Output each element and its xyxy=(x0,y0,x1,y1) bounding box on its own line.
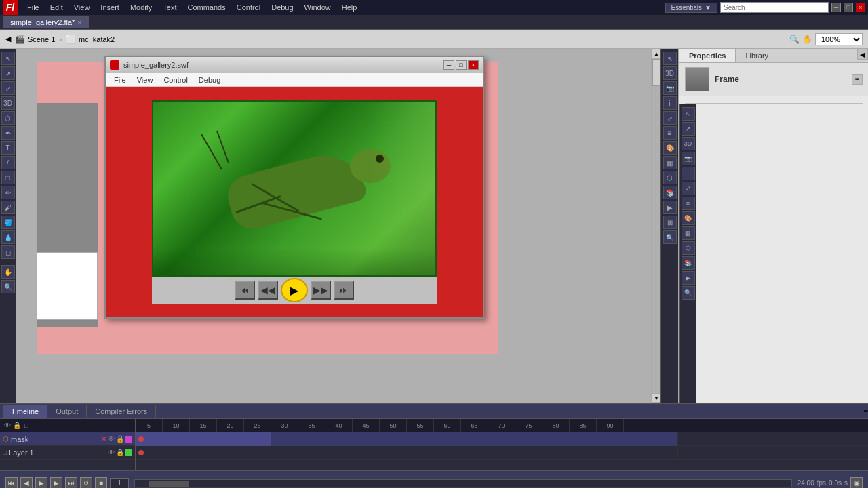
onion-skin-button[interactable]: ◉ xyxy=(850,477,863,489)
rt-3d-tool[interactable]: 3D xyxy=(663,66,677,80)
app-minimize-button[interactable]: ─ xyxy=(831,3,841,12)
playback-go-start-button[interactable]: ⏮ xyxy=(5,477,18,489)
search-input[interactable] xyxy=(720,2,829,13)
brush-tool[interactable]: 🖌 xyxy=(1,201,15,214)
si-3d-icon[interactable]: 3D xyxy=(682,137,695,150)
zoom-tool[interactable]: 🔍 xyxy=(1,280,15,293)
mask-color-swatch[interactable] xyxy=(125,436,132,443)
skip-back-button[interactable]: ⏮ xyxy=(235,281,255,300)
pen-tool[interactable]: ✒ xyxy=(1,126,15,140)
layer1-frame-2[interactable] xyxy=(271,446,678,460)
play-button[interactable]: ▶ xyxy=(281,278,308,302)
swf-menu-view[interactable]: View xyxy=(132,75,159,85)
next-frame-button[interactable]: ▶▶ xyxy=(311,281,331,300)
h-scroll-thumb[interactable] xyxy=(149,481,189,487)
swf-menu-control[interactable]: Control xyxy=(158,75,193,85)
app-close-button[interactable]: × xyxy=(856,3,865,12)
mask-layer-x-icon[interactable]: ✕ xyxy=(101,435,106,443)
rt-library-tool[interactable]: 📚 xyxy=(663,186,677,199)
playback-stop-button[interactable]: ■ xyxy=(95,477,107,489)
rt-swatches-tool[interactable]: ▦ xyxy=(663,156,677,169)
props-options-button[interactable]: ≡ xyxy=(852,74,863,85)
swf-menu-file[interactable]: File xyxy=(108,75,132,85)
rt-align-tool[interactable]: ≡ xyxy=(663,126,677,140)
si-search-icon[interactable]: 🔍 xyxy=(682,286,695,300)
text-tool[interactable]: T xyxy=(1,141,15,155)
si-align-icon[interactable]: ≡ xyxy=(682,197,695,210)
layer1-frame-1[interactable] xyxy=(136,446,271,460)
subselect-tool[interactable]: ↗ xyxy=(1,66,15,80)
essentials-dropdown[interactable]: Essentials ▼ xyxy=(665,3,717,13)
vertical-scrollbar[interactable]: ▲ ▼ xyxy=(651,49,660,403)
si-select-icon[interactable]: ↖ xyxy=(682,107,695,121)
select-tool[interactable]: ↖ xyxy=(1,52,15,65)
layer-row-mask[interactable]: ⬡ mask ✕ 👁 🔒 xyxy=(0,432,135,446)
breadcrumb-scene[interactable]: 🎬 Scene 1 xyxy=(15,35,55,44)
eraser-tool[interactable]: ◻ xyxy=(1,245,15,259)
si-library-icon[interactable]: 📚 xyxy=(682,256,695,270)
playback-go-end-button[interactable]: ⏭ xyxy=(65,477,77,489)
current-frame-input[interactable] xyxy=(110,478,129,489)
active-file-tab[interactable]: simple_gallery2.fla* × xyxy=(3,16,89,28)
rt-grid-tool[interactable]: ⊞ xyxy=(663,216,677,229)
menu-file[interactable]: File xyxy=(22,2,45,13)
menu-edit[interactable]: Edit xyxy=(45,2,68,13)
nav-back-button[interactable]: ◀ xyxy=(5,35,11,43)
app-restore-button[interactable]: □ xyxy=(844,3,853,12)
prev-frame-button[interactable]: ◀◀ xyxy=(258,281,278,300)
3d-tool[interactable]: 3D xyxy=(1,96,15,110)
rt-search-tool[interactable]: 🔍 xyxy=(663,230,677,244)
label-section-header[interactable]: ▼ LABEL xyxy=(685,103,863,104)
menu-view[interactable]: View xyxy=(68,2,96,13)
playback-loop-button[interactable]: ↺ xyxy=(80,477,92,489)
props-collapse-button[interactable]: ◀ xyxy=(857,49,868,60)
playback-play-button[interactable]: ▶ xyxy=(35,477,47,489)
swf-restore-button[interactable]: □ xyxy=(456,60,467,70)
tab-properties[interactable]: Properties xyxy=(679,49,736,62)
mask-frame-1[interactable] xyxy=(136,432,271,446)
layer1-lock-icon[interactable]: 🔒 xyxy=(116,449,124,456)
menu-insert[interactable]: Insert xyxy=(95,2,125,13)
rt-camera-tool[interactable]: 📷 xyxy=(663,81,677,95)
menu-commands[interactable]: Commands xyxy=(182,2,231,13)
layer-row-1[interactable]: □ Layer 1 👁 🔒 xyxy=(0,446,135,460)
rt-select-tool[interactable]: ↖ xyxy=(663,52,677,65)
line-tool[interactable]: / xyxy=(1,156,15,169)
swf-minimize-button[interactable]: ─ xyxy=(443,60,454,70)
mask-eye-icon[interactable]: 👁 xyxy=(108,435,115,443)
si-motion-icon[interactable]: ▶ xyxy=(682,271,695,285)
menu-window[interactable]: Window xyxy=(299,2,336,13)
tab-output[interactable]: Output xyxy=(47,405,87,418)
tab-close-button[interactable]: × xyxy=(77,19,81,26)
swf-menu-debug[interactable]: Debug xyxy=(193,75,226,85)
si-components-icon[interactable]: ⬡ xyxy=(682,241,695,255)
layer1-eye-icon[interactable]: 👁 xyxy=(108,449,115,456)
scroll-up-arrow[interactable]: ▲ xyxy=(652,49,660,58)
si-camera-icon[interactable]: 📷 xyxy=(682,152,695,165)
menu-help[interactable]: Help xyxy=(336,2,363,13)
menu-text[interactable]: Text xyxy=(157,2,182,13)
breadcrumb-symbol[interactable]: ⬜ mc_katak2 xyxy=(66,35,115,44)
tab-timeline[interactable]: Timeline xyxy=(3,405,47,418)
scroll-thumb[interactable] xyxy=(652,59,660,86)
rect-tool[interactable]: □ xyxy=(1,171,15,184)
playback-next-frame-button[interactable]: ▶ xyxy=(50,477,62,489)
hand-tool[interactable]: ✋ xyxy=(1,265,15,279)
playback-prev-frame-button[interactable]: ◀ xyxy=(20,477,33,489)
layer1-color-swatch[interactable] xyxy=(125,449,132,456)
lasso-tool[interactable]: ⬡ xyxy=(1,111,15,125)
zoom-select[interactable]: 100% xyxy=(815,33,863,45)
timeline-options-icon[interactable]: ≡ xyxy=(864,407,868,415)
menu-control[interactable]: Control xyxy=(231,2,266,13)
transform-tool[interactable]: ⤢ xyxy=(1,81,15,95)
si-free-transform-icon[interactable]: ⤢ xyxy=(682,182,695,195)
rt-color-tool[interactable]: 🎨 xyxy=(663,141,677,155)
eyedropper-tool[interactable]: 💧 xyxy=(1,230,15,244)
paint-bucket-tool[interactable]: 🪣 xyxy=(1,216,15,229)
si-subselect-icon[interactable]: ↗ xyxy=(682,122,695,136)
rt-motion-tool[interactable]: ▶ xyxy=(663,201,677,214)
mask-lock-icon[interactable]: 🔒 xyxy=(116,435,124,443)
rt-components-tool[interactable]: ⬡ xyxy=(663,171,677,184)
tab-compiler-errors[interactable]: Compiler Errors xyxy=(87,405,156,418)
tab-library[interactable]: Library xyxy=(736,49,778,62)
